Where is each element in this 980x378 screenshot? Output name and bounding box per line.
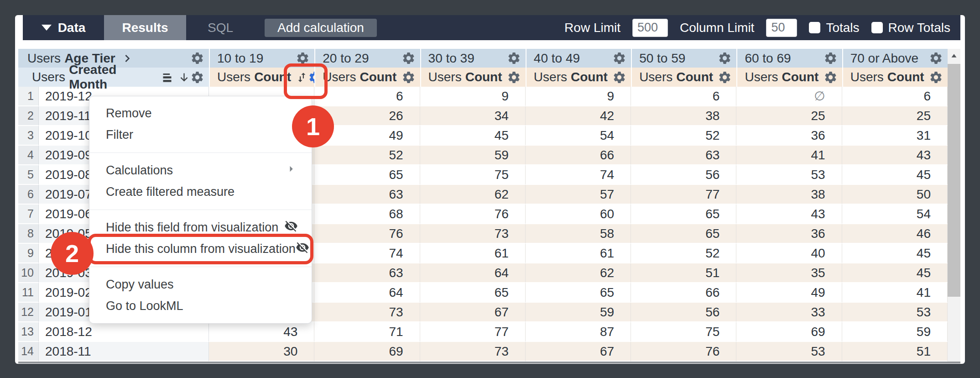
value-cell[interactable]: 73 <box>420 224 526 244</box>
value-cell[interactable]: 73 <box>314 303 420 322</box>
gear-icon[interactable] <box>190 70 204 84</box>
gear-icon[interactable] <box>612 70 626 84</box>
value-cell[interactable]: 65 <box>526 283 631 303</box>
value-cell[interactable]: 74 <box>314 244 420 263</box>
value-cell[interactable]: 62 <box>526 263 631 283</box>
value-cell[interactable]: 63 <box>314 185 420 205</box>
sort-desc-arrow-icon[interactable] <box>178 71 190 84</box>
gear-icon[interactable] <box>929 51 943 65</box>
value-cell[interactable]: 66 <box>631 283 736 303</box>
value-cell[interactable]: 40 <box>736 244 842 263</box>
measure-header[interactable]: UsersCount <box>420 68 526 87</box>
value-cell[interactable]: 56 <box>631 303 736 322</box>
value-cell[interactable]: 25 <box>736 106 842 126</box>
pivot-value-header[interactable]: 70 or Above <box>842 49 948 68</box>
value-cell[interactable]: 64 <box>420 263 526 283</box>
value-cell[interactable]: 9 <box>526 87 631 106</box>
column-limit-input[interactable] <box>766 19 797 37</box>
value-cell[interactable]: 65 <box>420 283 526 303</box>
menu-item-calculations[interactable]: Calculations <box>89 160 312 181</box>
scroll-up-icon[interactable] <box>948 49 960 63</box>
value-cell[interactable]: 66 <box>526 146 631 165</box>
value-cell[interactable]: 59 <box>420 146 526 165</box>
value-cell[interactable]: 65 <box>631 205 736 224</box>
value-cell[interactable]: 59 <box>842 322 948 342</box>
pivot-value-header[interactable]: 20 to 29 <box>314 49 420 68</box>
value-cell[interactable]: 45 <box>842 165 948 185</box>
value-cell[interactable]: 38 <box>631 106 736 126</box>
gear-icon[interactable] <box>401 70 416 84</box>
pivot-value-header[interactable]: 40 to 49 <box>526 49 631 68</box>
value-cell[interactable]: 63 <box>314 263 420 283</box>
tab-sql[interactable]: SQL <box>186 15 255 40</box>
row-limit-input[interactable] <box>632 19 668 37</box>
value-cell[interactable]: 38 <box>736 185 842 205</box>
value-cell[interactable]: 69 <box>314 342 420 362</box>
value-cell[interactable]: 53 <box>736 342 842 362</box>
value-cell[interactable]: 58 <box>526 224 631 244</box>
value-cell[interactable]: 9 <box>420 87 526 106</box>
value-cell[interactable]: 36 <box>736 224 842 244</box>
value-cell[interactable]: 41 <box>842 283 948 303</box>
month-cell[interactable]: 2018-11 <box>39 342 209 362</box>
value-cell[interactable]: 36 <box>736 126 842 146</box>
value-cell[interactable]: 64 <box>314 283 420 303</box>
menu-item-copy-values[interactable]: Copy values <box>89 274 312 295</box>
value-cell[interactable]: 62 <box>420 185 526 205</box>
gear-icon[interactable] <box>929 70 943 84</box>
gear-icon[interactable] <box>507 51 521 65</box>
gear-icon[interactable] <box>718 70 732 84</box>
value-cell[interactable]: 61 <box>526 244 631 263</box>
value-cell[interactable]: 77 <box>631 185 736 205</box>
measure-header[interactable]: UsersCount <box>631 68 736 87</box>
pivot-value-header[interactable]: 30 to 39 <box>420 49 526 68</box>
value-cell[interactable]: 45 <box>842 263 948 283</box>
measure-header[interactable]: UsersCount <box>314 68 420 87</box>
value-cell[interactable]: 45 <box>420 126 526 146</box>
value-cell[interactable]: 46 <box>842 224 948 244</box>
totals-checkbox[interactable] <box>809 22 820 33</box>
row-totals-checkbox[interactable] <box>871 22 883 33</box>
value-cell[interactable]: 65 <box>314 165 420 185</box>
value-cell[interactable]: 73 <box>420 342 526 362</box>
value-cell[interactable]: 43 <box>842 146 948 165</box>
value-cell[interactable]: 67 <box>420 303 526 322</box>
value-cell[interactable]: 67 <box>526 342 631 362</box>
value-cell[interactable]: 52 <box>631 244 736 263</box>
value-cell[interactable]: 57 <box>526 185 631 205</box>
measure-header[interactable]: UsersCount <box>842 68 948 87</box>
gear-icon[interactable] <box>718 51 732 65</box>
value-cell[interactable]: 31 <box>842 126 948 146</box>
value-cell[interactable]: 87 <box>526 322 631 342</box>
tab-data[interactable]: Data <box>23 15 104 40</box>
row-field-header[interactable]: UsersCreated Month <box>18 68 209 87</box>
value-cell[interactable]: 56 <box>631 165 736 185</box>
value-cell[interactable]: 41 <box>736 146 842 165</box>
value-cell[interactable]: 74 <box>526 165 631 185</box>
value-cell[interactable]: 52 <box>631 126 736 146</box>
value-cell[interactable]: 51 <box>842 342 948 362</box>
menu-item-remove[interactable]: Remove <box>89 103 312 124</box>
value-cell[interactable]: 65 <box>631 224 736 244</box>
gear-icon[interactable] <box>507 70 521 84</box>
value-cell[interactable]: 30 <box>209 342 314 362</box>
value-cell[interactable]: 53 <box>842 303 948 322</box>
menu-item-filter[interactable]: Filter <box>89 124 312 146</box>
gear-icon[interactable] <box>612 51 626 65</box>
value-cell[interactable]: 35 <box>736 263 842 283</box>
value-cell[interactable]: 25 <box>842 106 948 126</box>
value-cell[interactable]: 59 <box>526 303 631 322</box>
value-cell[interactable]: 60 <box>526 205 631 224</box>
value-cell[interactable]: 69 <box>736 322 842 342</box>
value-cell[interactable]: 54 <box>842 205 948 224</box>
value-cell[interactable]: 76 <box>420 205 526 224</box>
value-cell[interactable]: 43 <box>209 322 314 342</box>
value-cell[interactable]: 6 <box>842 87 948 106</box>
vertical-scrollbar[interactable] <box>948 49 960 362</box>
menu-item-go-to-lookml[interactable]: Go to LookML <box>89 295 312 317</box>
measure-header[interactable]: UsersCount <box>526 68 631 87</box>
value-cell[interactable]: 77 <box>420 322 526 342</box>
gear-icon[interactable] <box>824 51 838 65</box>
value-cell[interactable]: 6 <box>631 87 736 106</box>
gear-icon[interactable] <box>401 51 416 65</box>
